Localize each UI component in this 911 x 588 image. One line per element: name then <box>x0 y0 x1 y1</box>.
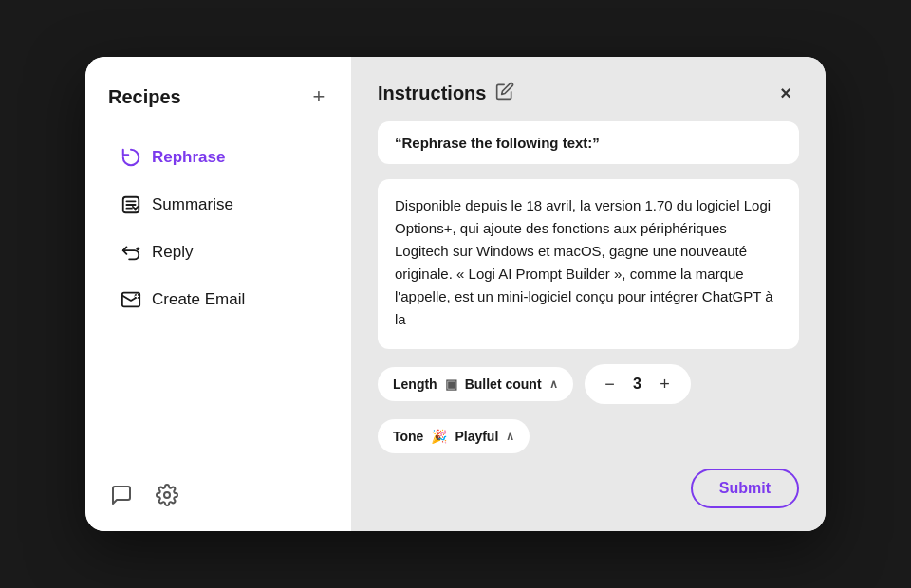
sidebar-item-reply-label: Reply <box>152 243 193 262</box>
bottom-row: Submit <box>378 469 799 508</box>
counter-plus-button[interactable]: + <box>655 374 676 395</box>
length-chevron-icon: ∧ <box>549 377 558 391</box>
sidebar-header: Recipes + <box>108 83 332 110</box>
length-bullet-pill[interactable]: Length ▣ Bullet count ∧ <box>378 367 573 401</box>
main-title-group: Instructions <box>378 82 514 105</box>
bullet-icon: ▣ <box>445 377 457 392</box>
counter-group: − 3 + <box>585 364 691 404</box>
tone-row: Tone 🎉 Playful ∧ <box>378 419 799 453</box>
tone-value: Playful <box>455 429 498 444</box>
add-recipe-button[interactable]: + <box>306 83 332 110</box>
summarise-icon <box>120 193 142 216</box>
modal-container: Recipes + Rephrase <box>85 57 826 531</box>
sidebar-item-summarise-label: Summarise <box>152 195 233 214</box>
prompt-text: “Rephrase the following text:” <box>395 135 600 151</box>
main-panel: Instructions × “Rephrase the following t… <box>351 57 826 531</box>
tone-emoji: 🎉 <box>431 429 447 444</box>
sidebar: Recipes + Rephrase <box>85 57 351 531</box>
sidebar-item-reply[interactable]: Reply <box>108 231 332 273</box>
sidebar-title: Recipes <box>108 86 181 108</box>
sidebar-footer <box>108 467 332 508</box>
close-button[interactable]: × <box>772 80 799 106</box>
reply-icon <box>120 241 142 264</box>
sidebar-nav: Rephrase Summarise <box>108 137 332 467</box>
edit-icon[interactable] <box>495 82 514 105</box>
counter-minus-button[interactable]: − <box>600 374 621 395</box>
sidebar-item-create-email-label: Create Email <box>152 290 245 309</box>
chat-icon-button[interactable] <box>108 482 135 508</box>
rephrase-icon <box>120 146 142 169</box>
svg-point-4 <box>137 248 140 251</box>
content-text: Disponible depuis le 18 avril, la versio… <box>395 197 773 327</box>
length-label: Length <box>393 377 437 392</box>
prompt-box: “Rephrase the following text:” <box>378 121 799 164</box>
settings-icon-button[interactable] <box>154 482 180 508</box>
sidebar-item-rephrase-label: Rephrase <box>152 148 225 167</box>
sidebar-item-rephrase[interactable]: Rephrase <box>108 137 332 178</box>
sidebar-item-create-email[interactable]: Create Email <box>108 279 332 321</box>
bullet-count-label: Bullet count <box>465 377 542 392</box>
tone-label: Tone <box>393 429 423 444</box>
svg-point-9 <box>164 492 170 498</box>
content-box: Disponible depuis le 18 avril, la versio… <box>378 179 799 349</box>
main-header: Instructions × <box>378 80 799 106</box>
sidebar-item-summarise[interactable]: Summarise <box>108 184 332 226</box>
main-title: Instructions <box>378 83 486 104</box>
tone-pill[interactable]: Tone 🎉 Playful ∧ <box>378 419 530 453</box>
controls-row: Length ▣ Bullet count ∧ − 3 + <box>378 364 799 404</box>
counter-value: 3 <box>630 376 645 393</box>
tone-chevron-icon: ∧ <box>506 430 514 443</box>
email-icon <box>120 288 142 311</box>
submit-button[interactable]: Submit <box>691 469 799 508</box>
